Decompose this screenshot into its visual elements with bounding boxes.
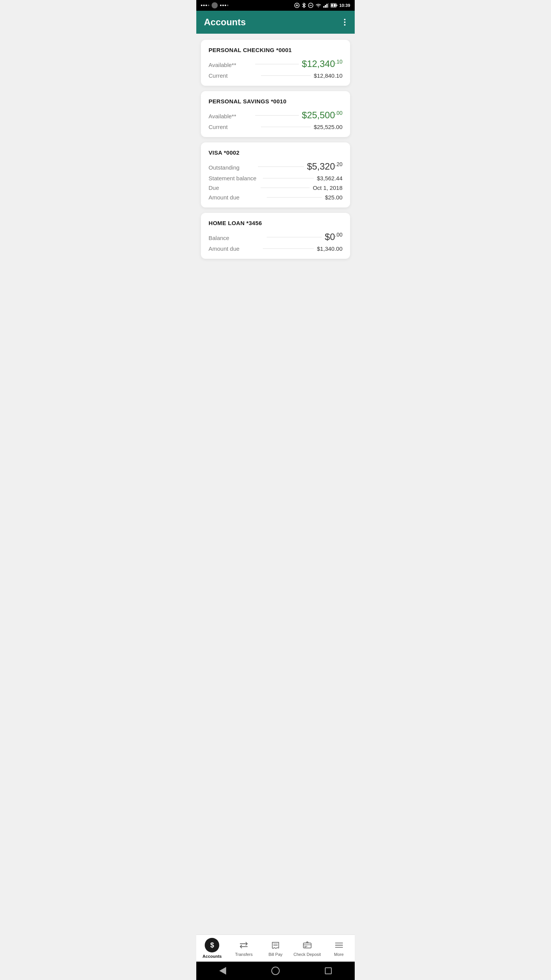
row-divider [263,178,314,178]
outstanding-value: $5,320.20 [307,161,342,172]
accounts-list: PERSONAL CHECKING *0001 Available** $12,… [196,34,355,316]
amount-due-value: $25.00 [325,194,342,201]
due-value: Oct 1, 2018 [313,185,342,191]
home-loan-card[interactable]: HOME LOAN *3456 Balance $0.00 Amount due… [201,213,350,259]
current-value: $25,525.00 [314,124,342,130]
balance-value: $0.00 [325,232,342,242]
due-label: Due [209,185,258,191]
row-divider [261,188,310,188]
signal-dots-right [220,5,228,6]
overflow-menu-button[interactable] [342,17,347,27]
circled-plus-icon [294,3,300,8]
row-divider [267,237,322,237]
personal-savings-name: PERSONAL SAVINGS *0010 [209,98,342,105]
home-loan-balance-row: Balance $0.00 [209,232,342,242]
personal-checking-name: PERSONAL CHECKING *0001 [209,47,342,53]
personal-checking-available-row: Available** $12,340.10 [209,59,342,69]
row-divider [267,197,322,198]
app-header: Accounts [196,11,355,34]
svg-rect-5 [323,6,324,8]
signal-dots-left [201,5,209,6]
visa-due-row: Due Oct 1, 2018 [209,185,342,191]
visa-outstanding-row: Outstanding $5,320.20 [209,161,342,172]
available-value: $12,340.10 [302,59,342,69]
home-loan-name: HOME LOAN *3456 [209,220,342,226]
personal-savings-card[interactable]: PERSONAL SAVINGS *0010 Available** $25,5… [201,91,350,137]
visa-amount-due-row: Amount due $25.00 [209,194,342,201]
current-label: Current [209,124,258,130]
status-right: 10:39 [294,3,350,8]
status-left [201,2,228,8]
balance-label: Balance [209,235,264,241]
svg-rect-8 [328,3,329,8]
available-label: Available** [209,62,252,68]
personal-checking-current-row: Current $12,840.10 [209,72,342,79]
available-value: $25,500.00 [302,110,342,121]
visa-name: VISA *0002 [209,149,342,156]
amount-due-label: Amount due [209,194,264,201]
row-divider [255,64,299,64]
signal-icon [323,3,329,8]
battery-icon [331,3,337,8]
statement-label: Statement balance [209,175,260,181]
visa-statement-row: Statement balance $3,562.44 [209,175,342,181]
amount-due-value: $1,340.00 [317,245,342,252]
row-divider [261,127,310,127]
personal-checking-card[interactable]: PERSONAL CHECKING *0001 Available** $12,… [201,40,350,86]
status-bar: 10:39 [196,0,355,11]
carrier-icon [212,2,218,8]
statement-value: $3,562.44 [317,175,342,181]
current-value: $12,840.10 [314,72,342,79]
bluetooth-icon [302,3,306,8]
svg-rect-10 [336,5,337,6]
row-divider [255,115,299,116]
svg-rect-6 [325,5,326,8]
row-divider [258,167,304,167]
available-label: Available** [209,113,252,119]
personal-savings-available-row: Available** $25,500.00 [209,110,342,121]
bottom-spacer [201,264,350,310]
minus-circle-icon [308,3,313,8]
svg-rect-7 [326,4,328,8]
amount-due-label: Amount due [209,245,260,252]
page-title: Accounts [204,17,246,28]
wifi-icon [315,3,321,8]
visa-card[interactable]: VISA *0002 Outstanding $5,320.20 Stateme… [201,142,350,207]
home-loan-amount-due-row: Amount due $1,340.00 [209,245,342,252]
current-label: Current [209,72,258,79]
personal-savings-current-row: Current $25,525.00 [209,124,342,130]
outstanding-label: Outstanding [209,164,255,171]
row-divider [263,248,314,249]
row-divider [261,75,310,76]
time-display: 10:39 [339,3,350,8]
